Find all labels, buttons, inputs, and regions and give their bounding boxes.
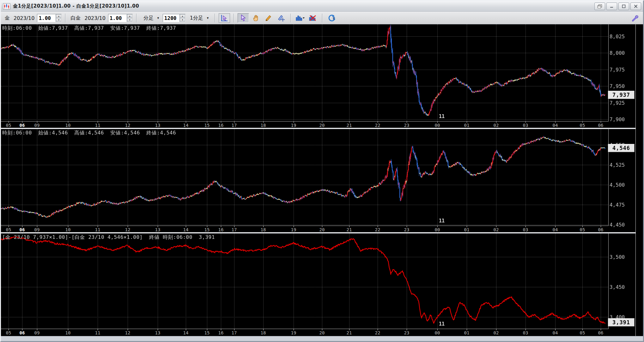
time-label: 15 bbox=[204, 123, 210, 128]
app-window: 金1分足[2023/10]1.00 - 白金1分足[2023/10]1.00 金… bbox=[0, 0, 644, 342]
bar-count-input[interactable] bbox=[163, 14, 179, 22]
gold-ratio-updown[interactable]: ▲▼ bbox=[56, 14, 61, 22]
time-label: 04 bbox=[553, 227, 558, 232]
time-label: 12 bbox=[125, 123, 131, 128]
bar-count-updown[interactable]: ▲▼ bbox=[179, 14, 185, 22]
gold-price-axis: 8,0258,0007,9757,9507,9257,9007,937 bbox=[609, 24, 635, 128]
toolbar-separator bbox=[215, 14, 215, 22]
time-label: 20 bbox=[319, 330, 325, 335]
price-label: 7,925 bbox=[610, 100, 625, 106]
chart-cursor-tool-button[interactable] bbox=[219, 13, 230, 23]
time-label: 17 bbox=[232, 330, 237, 335]
platinum-chart-canvas[interactable] bbox=[1, 129, 608, 226]
draw-line-tool-button[interactable] bbox=[263, 13, 274, 23]
up-arrow-icon[interactable]: ▲ bbox=[56, 14, 61, 18]
time-label: 14 bbox=[183, 330, 189, 335]
toolbar-separator bbox=[322, 14, 323, 22]
time-label: 01 bbox=[464, 227, 470, 232]
time-label: 19 bbox=[291, 330, 296, 335]
minimize-button[interactable] bbox=[606, 3, 617, 10]
time-label: 05 bbox=[580, 330, 585, 335]
time-label: 05 bbox=[580, 227, 585, 232]
spread-time-axis: 0506091011121314151617181920212223000102… bbox=[1, 329, 609, 335]
refresh-button[interactable]: R bbox=[326, 13, 337, 23]
settings-button[interactable] bbox=[629, 13, 641, 23]
maximize-button[interactable] bbox=[618, 3, 629, 10]
svg-text:R: R bbox=[333, 17, 335, 20]
time-label: 21 bbox=[347, 330, 352, 335]
current-price-box: 3,391 bbox=[608, 318, 635, 326]
current-price-box: 7,937 bbox=[608, 91, 635, 99]
time-label: 13 bbox=[155, 330, 161, 335]
time-label: 00 bbox=[435, 227, 440, 232]
time-label: 01 bbox=[464, 330, 470, 335]
bar-chart-menu-icon bbox=[295, 14, 305, 22]
time-label: 06 bbox=[20, 227, 25, 232]
time-label: 10 bbox=[65, 330, 71, 335]
time-label: 16 bbox=[218, 330, 224, 335]
time-label: 06 bbox=[598, 330, 604, 335]
price-label: 4,475 bbox=[610, 202, 625, 208]
interval-type-dropdown[interactable]: 分足 ▼ bbox=[140, 14, 161, 22]
time-label: 04 bbox=[553, 330, 558, 335]
time-label: 23 bbox=[404, 123, 410, 128]
time-label: 09 bbox=[34, 330, 40, 335]
time-label: 05 bbox=[6, 123, 11, 128]
gold-ohlc-info: 時刻:06:00 始値:7,937 高値:7,937 安値:7,937 終値:7… bbox=[2, 25, 176, 32]
right-frame-strip bbox=[635, 24, 643, 336]
chevron-down-icon: ▼ bbox=[157, 16, 160, 20]
time-label: 19 bbox=[291, 227, 296, 232]
time-label: 06 bbox=[20, 123, 25, 128]
titlebar[interactable]: 金1分足[2023/10]1.00 - 白金1分足[2023/10]1.00 bbox=[1, 1, 643, 12]
bar-count-spinner[interactable]: ▲▼ bbox=[163, 14, 185, 22]
time-label: 22 bbox=[375, 123, 380, 128]
select-tool-button[interactable] bbox=[238, 13, 249, 23]
price-label: 7,950 bbox=[610, 83, 625, 89]
bottom-frame bbox=[1, 336, 643, 341]
toolbar-separator bbox=[234, 14, 234, 22]
time-label: 00 bbox=[435, 123, 440, 128]
chart-type-menu-button[interactable] bbox=[295, 13, 306, 23]
time-label: 21 bbox=[347, 123, 352, 128]
gold-symbol-label: 金 bbox=[3, 15, 11, 22]
up-arrow-icon[interactable]: ▲ bbox=[127, 14, 132, 18]
platinum-ratio-updown[interactable]: ▲▼ bbox=[127, 14, 132, 22]
gold-ratio-spinner[interactable]: ▲▼ bbox=[37, 14, 62, 22]
time-label: 02 bbox=[494, 330, 499, 335]
close-button[interactable] bbox=[630, 3, 641, 10]
price-label: 4,525 bbox=[610, 162, 625, 168]
app-candlestick-icon bbox=[3, 3, 10, 9]
time-label: 06 bbox=[20, 330, 25, 335]
cascade-window-button[interactable] bbox=[594, 3, 605, 10]
down-arrow-icon[interactable]: ▼ bbox=[180, 18, 185, 22]
platinum-ratio-spinner[interactable]: ▲▼ bbox=[108, 14, 133, 22]
time-label: 22 bbox=[375, 227, 380, 232]
gold-ratio-input[interactable] bbox=[37, 14, 56, 22]
up-arrow-icon[interactable]: ▲ bbox=[180, 14, 185, 18]
chevron-down-icon: ▼ bbox=[206, 16, 209, 20]
time-label: 00 bbox=[435, 330, 440, 335]
platinum-ratio-input[interactable] bbox=[108, 14, 127, 22]
marker-tool-button[interactable] bbox=[276, 13, 287, 23]
spread-chart-canvas[interactable] bbox=[1, 233, 608, 329]
toolbar-separator bbox=[290, 14, 291, 22]
platinum-ohlc-info: 時刻:06:00 始値:4,546 高値:4,546 安値:4,546 終値:4… bbox=[2, 130, 176, 136]
down-arrow-icon[interactable]: ▼ bbox=[127, 18, 132, 22]
time-label: 12 bbox=[125, 330, 131, 335]
gold-chart-canvas[interactable] bbox=[1, 24, 608, 121]
platinum-time-axis: 0506091011121314151617181920212223000102… bbox=[1, 226, 609, 232]
time-label: 05 bbox=[6, 227, 11, 232]
pan-tool-button[interactable] bbox=[250, 13, 262, 23]
timeframe-dropdown[interactable]: 1分足 ▼ bbox=[187, 14, 211, 22]
time-label: 06 bbox=[598, 227, 604, 232]
down-arrow-icon[interactable]: ▼ bbox=[56, 18, 61, 22]
time-label: 13 bbox=[155, 227, 161, 232]
remove-study-button[interactable] bbox=[307, 13, 319, 23]
gold-contract-month[interactable]: 2023/10 bbox=[12, 15, 36, 21]
time-label: 18 bbox=[261, 123, 266, 128]
platinum-contract-month[interactable]: 2023/10 bbox=[83, 15, 106, 21]
time-label: 06 bbox=[598, 123, 604, 128]
time-label: 03 bbox=[523, 227, 528, 232]
time-label: 11 bbox=[95, 330, 100, 335]
time-label: 01 bbox=[464, 123, 470, 128]
